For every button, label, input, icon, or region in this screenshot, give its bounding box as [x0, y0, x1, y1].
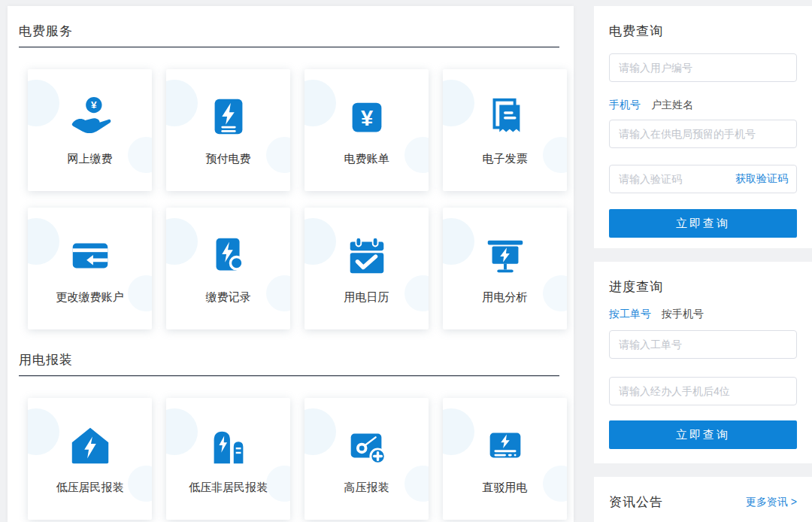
card-label: 网上缴费	[68, 152, 113, 166]
section-divider	[19, 47, 559, 48]
card-change-payment-account[interactable]: 更改缴费账户	[28, 208, 152, 329]
card-label: 电子发票	[483, 152, 528, 166]
card-label: 用电分析	[483, 290, 528, 305]
account-number-input[interactable]	[609, 53, 797, 82]
captcha-row: 获取验证码	[609, 165, 797, 193]
meter-plus-icon	[344, 423, 390, 469]
more-news-link[interactable]: 更多资讯 >	[746, 496, 797, 509]
section-title-fee-services: 电费服务	[19, 23, 559, 40]
section-divider	[19, 375, 559, 377]
card-electricity-analysis[interactable]: 用电分析	[443, 208, 567, 329]
reserved-phone-input[interactable]	[609, 120, 797, 148]
fee-query-title: 电费查询	[609, 23, 797, 40]
direct-power-icon	[482, 423, 529, 469]
progress-query-title: 进度查询	[609, 278, 797, 296]
fee-services-grid: ¥ 网上缴费 预付电费 ¥	[28, 69, 559, 329]
card-low-voltage-residential[interactable]: 低压居民报装	[28, 398, 152, 520]
yuan-square-icon: ¥	[344, 94, 390, 141]
get-captcha-link[interactable]: 获取验证码	[735, 172, 788, 186]
card-label: 电费账单	[344, 152, 389, 166]
fee-query-panel: 电费查询 手机号 户主姓名 获取验证码 立即查询	[594, 6, 812, 248]
progress-query-tabs: 按工单号 按手机号	[609, 308, 797, 321]
card-label: 用电日历	[344, 290, 389, 305]
news-title: 资讯公告	[609, 493, 663, 511]
section-title-installation: 用电报装	[19, 351, 559, 369]
card-e-invoice[interactable]: 电子发票	[443, 69, 567, 191]
tab-by-work-order[interactable]: 按工单号	[609, 308, 651, 321]
tab-phone-number[interactable]: 手机号	[609, 99, 641, 112]
building-lightning-icon	[205, 423, 252, 469]
svg-text:¥: ¥	[91, 99, 97, 111]
work-order-input[interactable]	[609, 330, 797, 359]
calendar-check-icon	[344, 232, 390, 279]
progress-query-submit-button[interactable]: 立即查询	[609, 420, 797, 449]
card-payment-records[interactable]: 缴费记录	[166, 208, 290, 329]
fee-query-tabs: 手机号 户主姓名	[609, 99, 797, 112]
installation-grid: 低压居民报装 低压非居民报装	[28, 398, 559, 520]
card-high-voltage-installation[interactable]: 高压报装	[304, 398, 429, 520]
hand-coin-icon: ¥	[67, 94, 114, 141]
card-label: 低压非居民报装	[189, 481, 268, 495]
card-electricity-bill[interactable]: ¥ 电费账单	[304, 69, 429, 191]
card-label: 高压报装	[344, 481, 389, 495]
record-search-icon	[205, 232, 252, 279]
card-label: 直驳用电	[483, 481, 528, 495]
card-label: 预付电费	[206, 152, 251, 166]
card-prepaid-electricity[interactable]: 预付电费	[166, 69, 290, 191]
tab-householder-name[interactable]: 户主姓名	[651, 99, 693, 112]
sidebar-column: 电费查询 手机号 户主姓名 获取验证码 立即查询 进度查询 按工单号 按手机号 …	[594, 6, 812, 522]
card-label: 低压居民报装	[56, 481, 124, 495]
bank-card-icon	[67, 232, 114, 279]
agent-phone-input[interactable]	[609, 377, 797, 405]
analysis-board-icon	[482, 232, 529, 279]
progress-query-panel: 进度查询 按工单号 按手机号 立即查询	[594, 262, 812, 463]
card-direct-connection-power[interactable]: 直驳用电	[443, 398, 567, 520]
main-content-panel: 电费服务 ¥ 网上缴费 预付电费	[8, 6, 574, 522]
fee-query-submit-button[interactable]: 立即查询	[609, 209, 797, 238]
svg-text:¥: ¥	[360, 106, 373, 130]
card-label: 更改缴费账户	[56, 290, 124, 305]
lightning-square-icon	[205, 94, 252, 141]
card-electricity-calendar[interactable]: 用电日历	[304, 208, 429, 329]
card-label: 缴费记录	[206, 290, 251, 305]
house-lightning-icon	[67, 423, 114, 469]
invoice-icon	[482, 94, 529, 141]
card-online-payment[interactable]: ¥ 网上缴费	[28, 69, 152, 191]
tab-by-phone[interactable]: 按手机号	[662, 308, 704, 321]
news-panel: 资讯公告 更多资讯 >	[594, 477, 812, 522]
card-low-voltage-non-residential[interactable]: 低压非居民报装	[166, 398, 290, 520]
